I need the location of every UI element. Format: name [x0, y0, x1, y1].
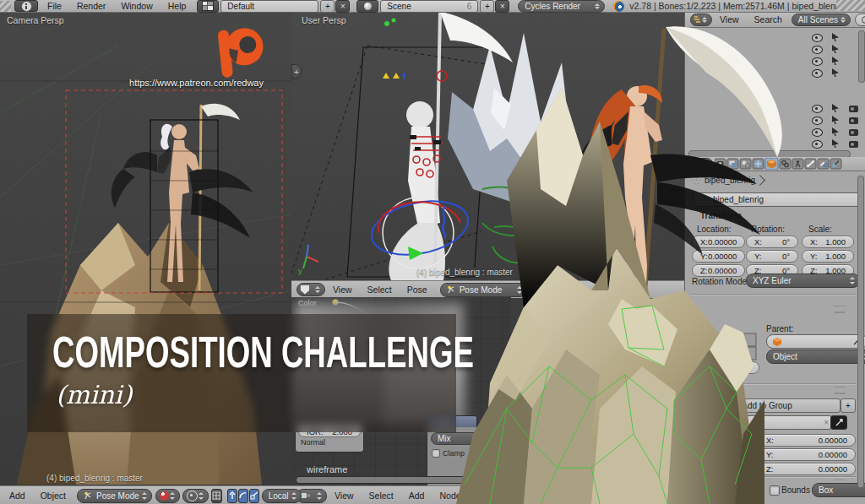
editor-type-dropdown-outliner[interactable]	[690, 14, 712, 26]
shader-type-world-button[interactable]	[488, 489, 504, 503]
select-toggle-icon[interactable]	[832, 68, 839, 77]
snap-button[interactable]	[211, 489, 222, 503]
select-toggle-icon[interactable]	[832, 57, 839, 65]
manipulator-rotate-toggle[interactable]	[238, 489, 248, 503]
hide-toggle-icon[interactable]	[812, 105, 823, 113]
outliner-menu-view[interactable]: View	[712, 14, 747, 24]
select-toggle-icon[interactable]	[832, 139, 839, 148]
menu-render[interactable]: Render	[69, 1, 113, 11]
render-toggle-icon[interactable]	[849, 129, 858, 136]
transform-panel-title[interactable]: Transform	[700, 211, 742, 220]
menu-pose[interactable]: Pose	[400, 285, 435, 295]
outliner-menu-search[interactable]: Search	[747, 14, 790, 24]
manipulator-scale-toggle[interactable]	[249, 489, 259, 503]
group-edit-button[interactable]	[830, 415, 847, 430]
location-fields[interactable]: X:0.00000 Y:0.00000 Z:0.00000	[692, 236, 743, 277]
menu-view-node[interactable]: View	[327, 490, 362, 501]
outliner-editor[interactable]: View Search All Scenes look_mstr hat_fre…	[684, 12, 865, 157]
manipulator-translate-toggle[interactable]	[227, 489, 237, 503]
use-nodes-cube-button[interactable]	[525, 489, 541, 503]
hide-toggle-icon[interactable]	[812, 69, 823, 78]
rotation-fields[interactable]: X:0° Y:0° Z:0°	[746, 236, 798, 277]
tab-bone-constraints	[818, 159, 829, 169]
pivot-dropdown[interactable]	[182, 489, 209, 503]
select-toggle-icon[interactable]	[832, 45, 839, 53]
node-editor-hscrollbar[interactable]	[296, 476, 500, 484]
editor-type-button[interactable]	[14, 0, 38, 12]
hide-toggle-icon[interactable]	[812, 128, 823, 137]
layers-grid-widget[interactable]	[715, 333, 759, 361]
editor-type-dropdown-properties[interactable]	[688, 158, 713, 170]
menu-object[interactable]: Object	[33, 490, 73, 501]
clamp-label: Clamp	[443, 449, 465, 458]
viewport-shading-dropdown[interactable]	[531, 283, 558, 297]
menu-select[interactable]: Select	[360, 285, 400, 295]
scene-delete-button[interactable]: ×	[495, 0, 509, 13]
menu-add-node[interactable]: Add	[401, 490, 432, 501]
shader-type-linestyle-button[interactable]	[504, 489, 520, 503]
outliner-search-field[interactable]	[855, 14, 865, 26]
properties-tabs[interactable]	[715, 158, 848, 170]
scale-fields[interactable]: X:1.000 Y:1.000 Z:1.000	[802, 236, 854, 277]
hide-toggle-icon[interactable]	[812, 57, 823, 66]
user-viewport[interactable]: y User Persp (4) biped_blenrig : master …	[291, 12, 684, 280]
material-icon	[476, 491, 484, 500]
hide-toggle-icon[interactable]	[812, 117, 823, 125]
hide-toggle-icon[interactable]	[812, 46, 823, 54]
scene-browse-button[interactable]	[356, 0, 378, 13]
menu-help[interactable]: Help	[160, 1, 194, 11]
object-name-field[interactable]: biped_blenrig	[694, 192, 864, 207]
parent-type-dropdown[interactable]: Object	[766, 350, 865, 364]
editor-type-dropdown-3dview[interactable]	[296, 283, 325, 296]
panel-grip[interactable]	[834, 387, 846, 393]
pass-index-field[interactable]: 0	[709, 361, 759, 374]
group-name-field[interactable]: ×	[694, 415, 835, 430]
shading-dropdown[interactable]	[155, 489, 180, 503]
screen-layout-button[interactable]	[197, 0, 219, 13]
window-corner-stripes-right[interactable]	[836, 0, 865, 11]
bounds-checkbox[interactable]	[770, 485, 780, 496]
menu-window[interactable]: Window	[113, 1, 160, 11]
menu-select-node[interactable]: Select	[362, 490, 401, 501]
scene-add-button[interactable]: +	[480, 0, 494, 13]
menu-view[interactable]: View	[325, 285, 360, 295]
screen-layout-field[interactable]: Default	[220, 0, 318, 13]
hide-toggle-icon[interactable]	[812, 140, 823, 149]
select-toggle-icon[interactable]	[832, 116, 839, 124]
panel-grip[interactable]	[834, 306, 846, 312]
add-to-group-button[interactable]: Add to Group	[694, 398, 841, 413]
menu-node[interactable]: Node	[432, 490, 468, 501]
parent-object-field[interactable]	[766, 334, 865, 349]
window-corner-stripes[interactable]	[0, 1, 11, 12]
scene-field[interactable]: Scene6	[380, 0, 478, 13]
outliner-filter-dropdown[interactable]: All Scenes	[792, 14, 851, 26]
orientation-dropdown[interactable]: Local	[262, 489, 302, 503]
group-offset-fields[interactable]: X:0.00000 Y:0.00000 Z:0.00000	[758, 434, 856, 475]
layout-delete-button[interactable]: ×	[335, 0, 350, 13]
outliner-vscrollbar[interactable]	[858, 30, 865, 83]
select-toggle-icon[interactable]	[832, 33, 839, 41]
render-toggle-icon[interactable]	[849, 106, 858, 112]
render-engine-dropdown[interactable]: Cycles Render	[518, 0, 605, 13]
properties-editor[interactable]: biped_blenrig biped_blenrig Transform Lo…	[684, 157, 865, 504]
render-toggle-icon[interactable]	[849, 141, 858, 148]
mix-blend-dropdown[interactable]: Mix	[431, 432, 482, 445]
pose-mode-icon	[84, 491, 93, 501]
clamp-checkbox[interactable]	[432, 449, 440, 458]
group-add-button[interactable]: +	[841, 398, 856, 413]
outliner-restrict-columns[interactable]	[810, 32, 865, 150]
layout-add-button[interactable]: +	[320, 0, 335, 13]
select-toggle-icon[interactable]	[832, 104, 839, 112]
select-toggle-icon[interactable]	[832, 127, 839, 136]
hide-toggle-icon[interactable]	[812, 34, 823, 42]
mode-dropdown-user[interactable]: Pose Mode	[440, 283, 527, 297]
rotation-mode-dropdown[interactable]: XYZ Euler	[746, 274, 860, 288]
render-toggle-icon[interactable]	[849, 117, 858, 124]
menu-add[interactable]: Add	[2, 490, 33, 501]
properties-vscrollbar[interactable]	[857, 176, 864, 488]
mode-dropdown[interactable]: Pose Mode	[77, 489, 152, 503]
clear-icon[interactable]: ×	[824, 418, 829, 427]
menu-file[interactable]: File	[40, 1, 69, 11]
shader-type-object-button[interactable]	[472, 489, 488, 503]
world-nodes-button[interactable]	[541, 489, 557, 503]
